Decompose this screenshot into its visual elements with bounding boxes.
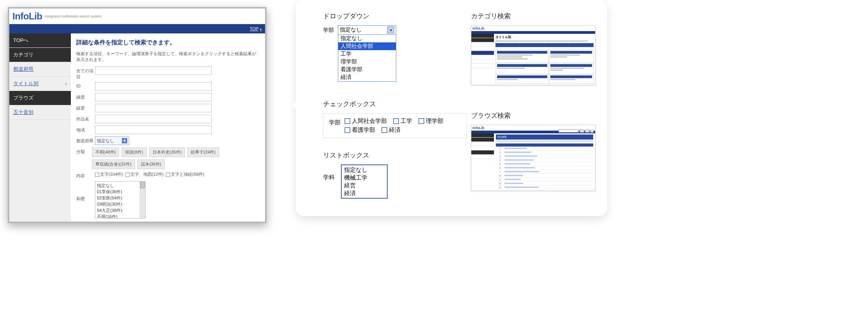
thumb-search-bar <box>559 129 594 133</box>
dropdown-option[interactable]: 経済 <box>338 73 396 81</box>
field-label: 地域 <box>76 126 95 133</box>
listbox-option[interactable]: 機械工学 <box>342 174 387 182</box>
category-search-title: カテゴリ検索 <box>471 12 596 21</box>
filter-tag[interactable]: 草双紙(合巻)(32件) <box>92 159 135 169</box>
dropdown-option[interactable]: 指定なし <box>338 35 396 42</box>
checkbox-option[interactable]: 人間社会学部 <box>344 117 387 125</box>
dropdown-option[interactable]: 理学部 <box>338 58 396 66</box>
dropdown-option[interactable]: 人間社会学部 <box>338 42 396 50</box>
main-panel: 詳細な条件を指定して検索できます。 検索する項目、キーワード、論理演算子を指定し… <box>71 33 265 222</box>
sidebar-item[interactable]: タイトル別› <box>9 77 71 91</box>
content-checkbox[interactable]: 文字(104件) <box>95 172 123 176</box>
content-checkboxes: 文字(104件)文字、地図(12件)文字と挿絵(58件) <box>95 171 207 177</box>
field-label: 経度 <box>76 104 95 111</box>
dropdown-sample[interactable]: 指定なし ▾ 指定なし人間社会学部工学理学部看護学部経済 <box>338 25 396 82</box>
pref-select[interactable]: 指定なし ▼ <box>95 136 129 145</box>
pref-label: 都道府県 <box>76 136 95 144</box>
text-input[interactable] <box>95 115 212 123</box>
dropdown-section: ドロップダウン 学部 指定なし ▾ 指定なし人間社会学部工学理学部看護学部経済 <box>323 12 396 82</box>
dropdown-options-list: 指定なし人間社会学部工学理学部看護学部経済 <box>338 35 396 81</box>
category-search-thumbnail: InfoLib タイトル別 <box>471 25 596 85</box>
sidebar-item[interactable]: 都道府県 <box>9 62 71 77</box>
logo-subtitle: Integrated multimedia search system <box>44 14 102 18</box>
listbox-option[interactable]: 経済 <box>342 189 387 197</box>
browse-search-title: ブラウズ検索 <box>471 111 596 120</box>
checkbox-section: チェックボックス 学部 人間社会学部 工学 理学部 看護学部 経済 <box>323 100 467 138</box>
checkbox-title: チェックボックス <box>323 100 467 108</box>
sidebar-item[interactable]: TOPへ <box>9 33 71 48</box>
listbox-title: リストボックス <box>323 151 388 160</box>
sidebar-item[interactable]: 五十音別 <box>9 105 71 120</box>
chevron-down-icon: ▼ <box>122 138 127 143</box>
checkbox-label: 学部 <box>329 117 341 126</box>
logo-bar: InfoLib Integrated multimedia search sys… <box>9 9 265 24</box>
field-label: 作品名 <box>76 115 95 122</box>
filter-tag[interactable]: 俳諧(8件) <box>121 147 146 157</box>
dropdown-option[interactable]: 看護学部 <box>338 66 396 73</box>
chevron-right-icon: ▸ <box>260 27 262 31</box>
field-label: ID <box>76 82 95 88</box>
page-description: 検索する項目、キーワード、論理演算子を指定して、検索ボタンをクリックすると検索結… <box>76 51 260 63</box>
era-label: 和暦 <box>76 181 95 202</box>
class-tags: 不明(48件)俳諧(8件)日本外史(26件)絵草子(24件)草双紙(合巻)(32… <box>92 147 260 169</box>
callout-bubble: ドロップダウン 学部 指定なし ▾ 指定なし人間社会学部工学理学部看護学部経済 … <box>296 0 607 216</box>
dropdown-option[interactable]: 工学 <box>338 50 396 58</box>
chevron-right-icon: › <box>65 80 67 87</box>
checkbox-option[interactable]: 理学部 <box>418 117 443 125</box>
text-input[interactable] <box>95 126 212 134</box>
scrollbar-thumb[interactable] <box>140 182 145 188</box>
category-search-section: カテゴリ検索 InfoLib タイトル別 <box>471 12 596 85</box>
class-label: 分類 <box>76 147 92 155</box>
listbox-option[interactable]: 経営 <box>342 182 387 189</box>
chevron-down-icon[interactable]: ▾ <box>387 26 394 33</box>
content-label: 内容 <box>76 171 95 179</box>
dropdown-title: ドロップダウン <box>323 12 396 21</box>
sidebar-item[interactable]: ブラウズ <box>9 91 71 105</box>
content-checkbox[interactable]: 文字と挿絵(58件) <box>166 172 204 176</box>
sidebar: TOPへカテゴリ都道府県タイトル別›ブラウズ五十音別 <box>9 33 71 222</box>
sidebar-item[interactable]: カテゴリ <box>9 48 71 62</box>
filter-tag[interactable]: 謡本(36件) <box>137 159 165 169</box>
listbox-label: 学科 <box>323 164 335 181</box>
checkbox-option[interactable]: 工学 <box>393 117 412 125</box>
top-navbar: TOP ▸ <box>9 24 265 33</box>
browse-search-section: ブラウズ検索 InfoLib ひらがな 1234567891011 <box>471 111 596 191</box>
text-input[interactable] <box>95 66 212 75</box>
listbox-section: リストボックス 学科 指定なし機械工学経営経済 <box>323 151 388 199</box>
era-listbox[interactable]: 指定なし01享保(36件)02安政(54件)03明治(30件)04大正(38件)… <box>95 181 146 218</box>
top-link[interactable]: TOP <box>250 26 258 31</box>
listbox-sample[interactable]: 指定なし機械工学経営経済 <box>341 164 388 199</box>
logo-text: InfoLib <box>12 11 42 22</box>
filter-tag[interactable]: 不明(48件) <box>92 147 119 157</box>
text-input[interactable] <box>95 93 212 101</box>
page-heading: 詳細な条件を指定して検索できます。 <box>76 39 260 46</box>
text-input[interactable] <box>95 104 212 112</box>
filter-tag[interactable]: 絵草子(24件) <box>187 147 219 157</box>
checkbox-option[interactable]: 看護学部 <box>344 126 375 134</box>
field-label: 全ての項目 <box>76 66 95 80</box>
dropdown-label: 学部 <box>323 25 334 34</box>
browse-search-thumbnail: InfoLib ひらがな 1234567891011 <box>471 125 596 191</box>
scrollbar[interactable] <box>140 182 145 218</box>
filter-tag[interactable]: 日本外史(26件) <box>149 147 185 157</box>
field-label: 緯度 <box>76 93 95 100</box>
search-window: InfoLib Integrated multimedia search sys… <box>8 7 267 223</box>
text-input[interactable] <box>95 82 212 91</box>
checkbox-option[interactable]: 経済 <box>381 126 401 134</box>
content-checkbox[interactable]: 文字、地図(12件) <box>125 172 164 176</box>
listbox-option[interactable]: 指定なし <box>342 166 387 174</box>
